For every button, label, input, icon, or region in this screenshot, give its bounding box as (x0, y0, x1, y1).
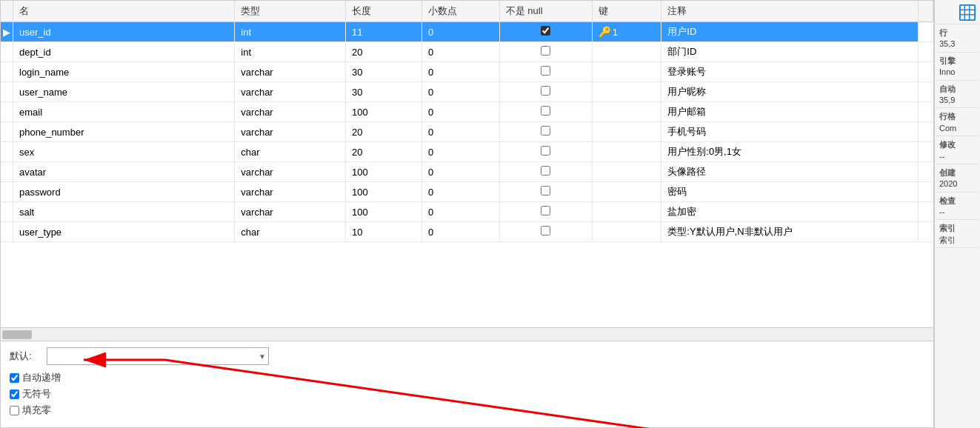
notnull-checkbox[interactable] (541, 186, 550, 195)
unsigned-checkbox[interactable] (10, 389, 19, 399)
field-type[interactable]: varchar (235, 122, 346, 142)
field-decimal[interactable]: 0 (421, 162, 499, 182)
default-select[interactable] (47, 347, 269, 365)
table-row[interactable]: login_namevarchar300登录账号 (1, 62, 933, 82)
field-type[interactable]: char (235, 222, 346, 242)
notnull-checkbox[interactable] (541, 26, 550, 36)
notnull-checkbox[interactable] (541, 166, 550, 175)
auto-increment-label[interactable]: 自动递增 (10, 371, 61, 384)
field-notnull[interactable] (499, 42, 592, 62)
field-comment[interactable]: 盐加密 (661, 202, 919, 222)
field-length[interactable]: 20 (346, 122, 422, 142)
field-length[interactable]: 20 (346, 142, 422, 162)
field-comment[interactable]: 用户ID (661, 22, 919, 42)
unsigned-label[interactable]: 无符号 (10, 387, 51, 401)
field-name[interactable]: user_type (13, 222, 235, 242)
field-length[interactable]: 30 (346, 82, 422, 102)
field-comment[interactable]: 用户昵称 (661, 82, 919, 102)
field-decimal[interactable]: 0 (421, 42, 499, 62)
notnull-checkbox[interactable] (541, 106, 550, 116)
table-row[interactable]: user_typechar100类型:Y默认用户,N非默认用户 (1, 222, 933, 242)
field-name[interactable]: salt (13, 202, 235, 222)
field-decimal[interactable]: 0 (421, 122, 499, 142)
table-row[interactable]: dept_idint200部门ID (1, 42, 933, 62)
field-name[interactable]: avatar (13, 162, 235, 182)
field-comment[interactable]: 手机号码 (661, 122, 919, 142)
field-type[interactable]: varchar (235, 162, 346, 182)
field-length[interactable]: 30 (346, 62, 422, 82)
horizontal-scrollbar[interactable] (1, 327, 933, 341)
field-name[interactable]: dept_id (13, 42, 235, 62)
field-notnull[interactable] (499, 182, 592, 202)
table-row[interactable]: passwordvarchar1000密码 (1, 182, 933, 202)
field-notnull[interactable] (499, 22, 592, 42)
field-length[interactable]: 20 (346, 42, 422, 62)
field-notnull[interactable] (499, 62, 592, 82)
field-name[interactable]: user_id (13, 22, 235, 42)
table-row[interactable]: ▶user_idint110🔑 1用户ID (1, 22, 933, 42)
field-decimal[interactable]: 0 (421, 202, 499, 222)
field-decimal[interactable]: 0 (421, 182, 499, 202)
table-row[interactable]: emailvarchar1000用户邮箱 (1, 102, 933, 122)
table-scroll-area[interactable]: 名 类型 长度 小数点 不是 null 键 注释 ▶user_idint110🔑… (1, 1, 933, 327)
notnull-checkbox[interactable] (541, 226, 550, 235)
notnull-checkbox[interactable] (541, 66, 550, 76)
field-comment[interactable]: 登录账号 (661, 62, 919, 82)
field-type[interactable]: varchar (235, 202, 346, 222)
table-row[interactable]: sexchar200用户性别:0男,1女 (1, 142, 933, 162)
field-type[interactable]: char (235, 142, 346, 162)
auto-increment-checkbox[interactable] (10, 373, 19, 383)
table-row[interactable]: phone_numbervarchar200手机号码 (1, 122, 933, 142)
notnull-checkbox[interactable] (541, 46, 550, 56)
field-comment[interactable]: 用户邮箱 (661, 102, 919, 122)
field-decimal[interactable]: 0 (421, 142, 499, 162)
field-decimal[interactable]: 0 (421, 222, 499, 242)
field-key (592, 82, 661, 102)
field-name[interactable]: login_name (13, 62, 235, 82)
field-notnull[interactable] (499, 82, 592, 102)
field-notnull[interactable] (499, 122, 592, 142)
field-length[interactable]: 100 (346, 102, 422, 122)
field-comment[interactable]: 用户性别:0男,1女 (661, 142, 919, 162)
field-length[interactable]: 100 (346, 162, 422, 182)
field-type[interactable]: varchar (235, 182, 346, 202)
field-notnull[interactable] (499, 202, 592, 222)
field-notnull[interactable] (499, 222, 592, 242)
field-name[interactable]: sex (13, 142, 235, 162)
notnull-checkbox[interactable] (541, 206, 550, 215)
field-name[interactable]: password (13, 182, 235, 202)
field-comment[interactable]: 类型:Y默认用户,N非默认用户 (661, 222, 919, 242)
table-row[interactable]: saltvarchar1000盐加密 (1, 202, 933, 222)
field-type[interactable]: int (235, 22, 346, 42)
field-decimal[interactable]: 0 (421, 62, 499, 82)
zerofill-checkbox[interactable] (10, 406, 19, 415)
h-scroll-thumb[interactable] (2, 330, 32, 339)
field-length[interactable]: 10 (346, 222, 422, 242)
field-comment[interactable]: 头像路径 (661, 162, 919, 182)
field-notnull[interactable] (499, 142, 592, 162)
field-type[interactable]: int (235, 42, 346, 62)
field-decimal[interactable]: 0 (421, 22, 499, 42)
field-decimal[interactable]: 0 (421, 102, 499, 122)
field-notnull[interactable] (499, 162, 592, 182)
field-length[interactable]: 100 (346, 202, 422, 222)
field-name[interactable]: phone_number (13, 122, 235, 142)
table-row[interactable]: avatarvarchar1000头像路径 (1, 162, 933, 182)
field-name[interactable]: email (13, 102, 235, 122)
field-name[interactable]: user_name (13, 82, 235, 102)
field-type[interactable]: varchar (235, 82, 346, 102)
field-length[interactable]: 11 (346, 22, 422, 42)
notnull-checkbox[interactable] (541, 126, 550, 136)
field-key (592, 42, 661, 62)
field-type[interactable]: varchar (235, 62, 346, 82)
field-decimal[interactable]: 0 (421, 82, 499, 102)
table-row[interactable]: user_namevarchar300用户昵称 (1, 82, 933, 102)
field-length[interactable]: 100 (346, 182, 422, 202)
notnull-checkbox[interactable] (541, 146, 550, 156)
field-type[interactable]: varchar (235, 102, 346, 122)
zerofill-label[interactable]: 填充零 (10, 404, 51, 417)
field-comment[interactable]: 密码 (661, 182, 919, 202)
notnull-checkbox[interactable] (541, 86, 550, 96)
field-comment[interactable]: 部门ID (661, 42, 919, 62)
field-notnull[interactable] (499, 102, 592, 122)
